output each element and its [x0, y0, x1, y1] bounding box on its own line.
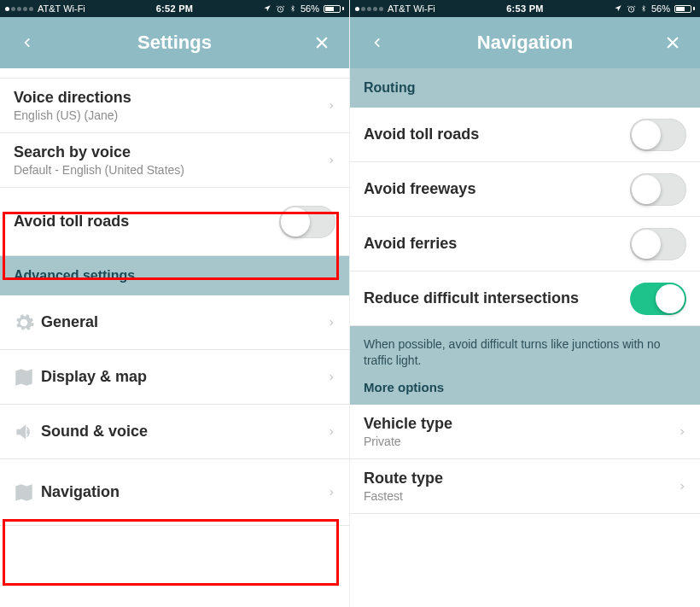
gear-icon — [13, 312, 35, 334]
page-title: Navigation — [401, 32, 649, 54]
row-route-type[interactable]: Route type Fastest — [350, 459, 700, 514]
toggle-avoid-ferries[interactable] — [630, 228, 686, 260]
row-avoid-freeways[interactable]: Avoid freeways — [350, 162, 700, 217]
row-display-map[interactable]: Display & map — [0, 350, 349, 405]
clock: 6:53 PM — [350, 3, 700, 14]
row-navigation[interactable]: Navigation — [0, 459, 349, 526]
chevron-left-icon — [21, 33, 33, 52]
row-title: Display & map — [41, 368, 327, 386]
row-vehicle-type[interactable]: Vehicle type Private — [350, 405, 700, 459]
row-sound-voice[interactable]: Sound & voice — [0, 405, 349, 459]
row-title: Navigation — [41, 483, 327, 501]
chevron-left-icon — [371, 33, 383, 52]
chevron-right-icon — [678, 480, 686, 493]
speaker-icon — [13, 421, 35, 443]
section-routing: Routing — [350, 68, 700, 108]
row-subtitle: Private — [364, 435, 678, 448]
toggle-avoid-freeways[interactable] — [630, 173, 686, 206]
row-avoid-ferries[interactable]: Avoid ferries — [350, 217, 700, 271]
info-text: When possible, avoid difficult turns lik… — [364, 336, 686, 369]
row-title: Avoid ferries — [364, 235, 630, 253]
toggle-avoid-toll[interactable] — [630, 119, 686, 151]
section-advanced-settings: Advanced settings — [0, 256, 349, 295]
chevron-right-icon — [327, 99, 335, 113]
row-title: Voice directions — [14, 89, 327, 107]
row-general[interactable]: General — [0, 295, 349, 350]
chevron-right-icon — [327, 371, 335, 384]
row-subtitle: Default - English (United States) — [14, 163, 327, 177]
row-voice-directions[interactable]: Voice directions English (US) (Jane) — [0, 79, 349, 133]
chevron-right-icon — [327, 316, 335, 330]
clock: 6:52 PM — [0, 3, 349, 14]
row-title: Reduce difficult intersections — [364, 289, 630, 307]
settings-screen: AT&T Wi-Fi 6:52 PM 56% Settings Voice di… — [0, 0, 350, 607]
row-title: Avoid freeways — [364, 180, 630, 198]
chevron-right-icon — [327, 425, 335, 439]
close-icon — [665, 35, 680, 50]
row-title: Avoid toll roads — [14, 213, 279, 231]
back-button[interactable] — [3, 19, 51, 67]
row-search-by-voice[interactable]: Search by voice Default - English (Unite… — [0, 133, 349, 188]
row-title: Search by voice — [14, 143, 327, 161]
row-subtitle: Fastest — [364, 489, 678, 503]
nav-header: Navigation — [350, 17, 700, 68]
chevron-right-icon — [678, 425, 686, 439]
chevron-right-icon — [327, 154, 335, 167]
row-title: General — [41, 313, 327, 331]
row-title: Route type — [364, 470, 678, 487]
row-subtitle: English (US) (Jane) — [14, 108, 327, 122]
toggle-avoid-toll[interactable] — [279, 206, 335, 238]
navigation-screen: AT&T Wi-Fi 6:53 PM 56% Navigation Routin… — [350, 0, 700, 607]
row-avoid-toll-roads[interactable]: Avoid toll roads — [0, 188, 349, 256]
row-title: Vehicle type — [364, 415, 678, 433]
close-icon — [314, 35, 330, 50]
row-title: Sound & voice — [41, 423, 327, 441]
back-button[interactable] — [353, 19, 401, 67]
chevron-right-icon — [327, 486, 335, 499]
close-button[interactable] — [649, 19, 697, 67]
toggle-reduce-intersections[interactable] — [630, 283, 686, 315]
row-avoid-toll-roads[interactable]: Avoid toll roads — [350, 108, 700, 162]
status-bar: AT&T Wi-Fi 6:53 PM 56% — [350, 0, 700, 17]
section-more-options: More options — [364, 379, 686, 396]
nav-header: Settings — [0, 17, 349, 68]
page-title: Settings — [51, 32, 298, 54]
status-bar: AT&T Wi-Fi 6:52 PM 56% — [0, 0, 349, 17]
info-band: When possible, avoid difficult turns lik… — [350, 326, 700, 405]
navigation-icon — [13, 482, 35, 504]
close-button[interactable] — [298, 19, 346, 67]
row-reduce-intersections[interactable]: Reduce difficult intersections — [350, 271, 700, 326]
row-title: Avoid toll roads — [364, 125, 630, 143]
map-icon — [13, 366, 35, 388]
